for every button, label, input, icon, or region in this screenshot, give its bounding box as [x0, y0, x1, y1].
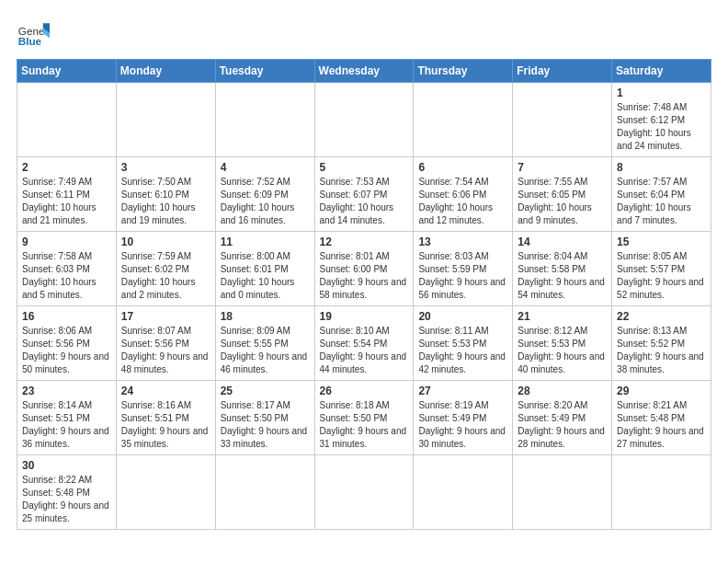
day-number: 7: [518, 161, 607, 174]
calendar-cell: 7Sunrise: 7:55 AMSunset: 6:05 PMDaylight…: [513, 157, 612, 232]
day-number: 27: [418, 385, 507, 397]
calendar-cell: 17Sunrise: 8:07 AMSunset: 5:56 PMDayligh…: [116, 306, 215, 381]
calendar-cell: 13Sunrise: 8:03 AMSunset: 5:59 PMDayligh…: [414, 232, 513, 306]
calendar-cell: 4Sunrise: 7:52 AMSunset: 6:09 PMDaylight…: [215, 157, 314, 232]
day-number: 23: [22, 385, 111, 397]
calendar-cell: [215, 83, 314, 157]
day-info: Sunrise: 8:22 AMSunset: 5:48 PMDaylight:…: [22, 474, 111, 525]
calendar-cell: 6Sunrise: 7:54 AMSunset: 6:06 PMDaylight…: [414, 157, 513, 232]
day-number: 11: [221, 236, 310, 248]
day-number: 2: [22, 161, 111, 174]
col-header-saturday: Saturday: [612, 60, 711, 83]
calendar-cell: [116, 455, 215, 530]
day-number: 17: [121, 310, 210, 323]
day-info: Sunrise: 7:54 AMSunset: 6:06 PMDaylight:…: [418, 176, 507, 227]
day-info: Sunrise: 8:00 AMSunset: 6:01 PMDaylight:…: [221, 250, 310, 302]
day-info: Sunrise: 8:18 AMSunset: 5:50 PMDaylight:…: [320, 399, 409, 451]
day-number: 9: [22, 236, 111, 248]
calendar-cell: 2Sunrise: 7:49 AMSunset: 6:11 PMDaylight…: [17, 157, 117, 232]
calendar-cell: 1Sunrise: 7:48 AMSunset: 6:12 PMDaylight…: [612, 83, 711, 157]
calendar-cell: 21Sunrise: 8:12 AMSunset: 5:53 PMDayligh…: [513, 306, 612, 381]
day-info: Sunrise: 8:01 AMSunset: 6:00 PMDaylight:…: [320, 250, 409, 302]
day-number: 26: [320, 385, 409, 397]
day-info: Sunrise: 8:03 AMSunset: 5:59 PMDaylight:…: [418, 250, 507, 302]
day-number: 15: [617, 236, 706, 248]
col-header-sunday: Sunday: [17, 60, 117, 83]
calendar-cell: [215, 455, 314, 530]
day-info: Sunrise: 8:07 AMSunset: 5:56 PMDaylight:…: [121, 325, 210, 376]
calendar-cell: 8Sunrise: 7:57 AMSunset: 6:04 PMDaylight…: [612, 157, 711, 232]
day-info: Sunrise: 8:04 AMSunset: 5:58 PMDaylight:…: [518, 250, 607, 302]
day-info: Sunrise: 7:49 AMSunset: 6:11 PMDaylight:…: [22, 176, 111, 227]
day-info: Sunrise: 8:16 AMSunset: 5:51 PMDaylight:…: [121, 399, 210, 451]
day-number: 29: [617, 385, 706, 397]
day-info: Sunrise: 8:05 AMSunset: 5:57 PMDaylight:…: [617, 250, 706, 302]
day-info: Sunrise: 7:59 AMSunset: 6:02 PMDaylight:…: [121, 250, 210, 302]
day-number: 4: [221, 161, 310, 174]
day-info: Sunrise: 7:52 AMSunset: 6:09 PMDaylight:…: [221, 176, 310, 227]
day-number: 6: [418, 161, 507, 174]
day-number: 10: [121, 236, 210, 248]
day-info: Sunrise: 7:55 AMSunset: 6:05 PMDaylight:…: [518, 176, 607, 227]
day-info: Sunrise: 8:10 AMSunset: 5:54 PMDaylight:…: [320, 325, 409, 376]
calendar-cell: 28Sunrise: 8:20 AMSunset: 5:49 PMDayligh…: [513, 381, 612, 455]
day-number: 30: [22, 459, 111, 472]
day-number: 28: [518, 385, 607, 397]
day-info: Sunrise: 8:12 AMSunset: 5:53 PMDaylight:…: [518, 325, 607, 376]
day-number: 16: [22, 310, 111, 323]
calendar-cell: 18Sunrise: 8:09 AMSunset: 5:55 PMDayligh…: [215, 306, 314, 381]
calendar-cell: [414, 83, 513, 157]
day-info: Sunrise: 8:14 AMSunset: 5:51 PMDaylight:…: [22, 399, 111, 451]
calendar-cell: [314, 83, 414, 157]
calendar-week-row: 1Sunrise: 7:48 AMSunset: 6:12 PMDaylight…: [17, 83, 711, 157]
day-number: 8: [617, 161, 706, 174]
calendar-header-row: SundayMondayTuesdayWednesdayThursdayFrid…: [17, 60, 711, 83]
calendar-cell: 30Sunrise: 8:22 AMSunset: 5:48 PMDayligh…: [17, 455, 117, 530]
calendar-cell: [17, 83, 117, 157]
day-number: 18: [221, 310, 310, 323]
svg-text:Blue: Blue: [18, 35, 42, 47]
calendar-cell: [414, 455, 513, 530]
day-number: 14: [518, 236, 607, 248]
day-number: 5: [320, 161, 409, 174]
calendar-cell: 27Sunrise: 8:19 AMSunset: 5:49 PMDayligh…: [414, 381, 513, 455]
calendar-cell: 20Sunrise: 8:11 AMSunset: 5:53 PMDayligh…: [414, 306, 513, 381]
day-info: Sunrise: 7:53 AMSunset: 6:07 PMDaylight:…: [320, 176, 409, 227]
day-number: 25: [221, 385, 310, 397]
day-info: Sunrise: 8:11 AMSunset: 5:53 PMDaylight:…: [418, 325, 507, 376]
day-number: 20: [418, 310, 507, 323]
day-info: Sunrise: 8:20 AMSunset: 5:49 PMDaylight:…: [518, 399, 607, 451]
calendar-cell: [513, 455, 612, 530]
calendar-week-row: 23Sunrise: 8:14 AMSunset: 5:51 PMDayligh…: [17, 381, 711, 455]
calendar-cell: 23Sunrise: 8:14 AMSunset: 5:51 PMDayligh…: [17, 381, 117, 455]
logo-icon: General Blue: [17, 17, 50, 50]
day-info: Sunrise: 7:57 AMSunset: 6:04 PMDaylight:…: [617, 176, 706, 227]
calendar-cell: [513, 83, 612, 157]
calendar-cell: 15Sunrise: 8:05 AMSunset: 5:57 PMDayligh…: [612, 232, 711, 306]
day-info: Sunrise: 7:48 AMSunset: 6:12 PMDaylight:…: [617, 101, 706, 153]
calendar-cell: 5Sunrise: 7:53 AMSunset: 6:07 PMDaylight…: [314, 157, 414, 232]
day-number: 22: [617, 310, 706, 323]
day-info: Sunrise: 8:19 AMSunset: 5:49 PMDaylight:…: [418, 399, 507, 451]
day-number: 24: [121, 385, 210, 397]
calendar-cell: 29Sunrise: 8:21 AMSunset: 5:48 PMDayligh…: [612, 381, 711, 455]
day-number: 1: [617, 86, 706, 99]
calendar-cell: 11Sunrise: 8:00 AMSunset: 6:01 PMDayligh…: [215, 232, 314, 306]
day-number: 13: [418, 236, 507, 248]
calendar-cell: 14Sunrise: 8:04 AMSunset: 5:58 PMDayligh…: [513, 232, 612, 306]
calendar-cell: 22Sunrise: 8:13 AMSunset: 5:52 PMDayligh…: [612, 306, 711, 381]
calendar-cell: 16Sunrise: 8:06 AMSunset: 5:56 PMDayligh…: [17, 306, 117, 381]
day-info: Sunrise: 8:21 AMSunset: 5:48 PMDaylight:…: [617, 399, 706, 451]
calendar-week-row: 2Sunrise: 7:49 AMSunset: 6:11 PMDaylight…: [17, 157, 711, 232]
calendar-cell: 3Sunrise: 7:50 AMSunset: 6:10 PMDaylight…: [116, 157, 215, 232]
day-number: 12: [320, 236, 409, 248]
col-header-friday: Friday: [513, 60, 612, 83]
calendar-cell: 10Sunrise: 7:59 AMSunset: 6:02 PMDayligh…: [116, 232, 215, 306]
col-header-tuesday: Tuesday: [215, 60, 314, 83]
day-number: 19: [320, 310, 409, 323]
day-info: Sunrise: 8:09 AMSunset: 5:55 PMDaylight:…: [221, 325, 310, 376]
logo: General Blue: [17, 17, 50, 50]
calendar-cell: 24Sunrise: 8:16 AMSunset: 5:51 PMDayligh…: [116, 381, 215, 455]
calendar-week-row: 9Sunrise: 7:58 AMSunset: 6:03 PMDaylight…: [17, 232, 711, 306]
day-info: Sunrise: 8:06 AMSunset: 5:56 PMDaylight:…: [22, 325, 111, 376]
